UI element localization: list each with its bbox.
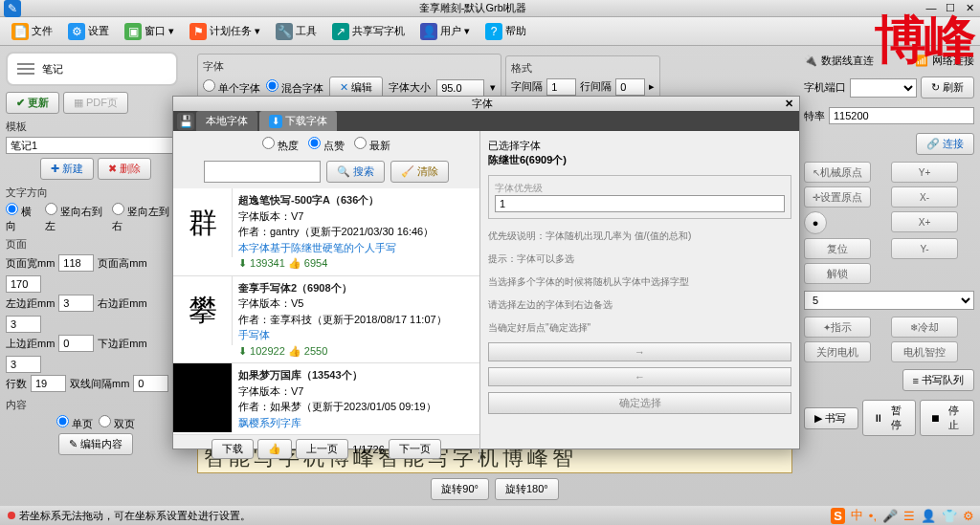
filter-like[interactable]: 点赞 [308,137,345,153]
system-tray: S 中 •, 🎤 ☰ 👤 👕 ⚙ [831,507,974,524]
font-list-item[interactable]: 群超逸笔快写-500字A（636个）字体版本：V7作者：gantry（更新于20… [173,188,479,276]
new-template-button[interactable]: ✚ 新建 [40,158,94,180]
move-left-button[interactable]: ← [488,367,791,386]
page-width-input[interactable] [58,254,94,272]
y-minus-button[interactable]: Y- [891,238,958,259]
update-button[interactable]: ✔ 更新 [6,92,59,114]
motor-ctrl-button[interactable]: 电机智控 [891,341,958,362]
notes-label: 笔记 [42,62,63,77]
font-size-input[interactable] [436,79,484,97]
tray-user-icon[interactable]: 👤 [921,509,936,523]
rotate-180-button[interactable]: 旋转180° [495,478,559,500]
chevron-right-icon[interactable]: ▸ [649,80,655,93]
baud-input[interactable] [829,107,974,124]
chevron-down-icon: ▾ [464,25,470,37]
dir-rtl[interactable]: 竖向右到左 [45,203,107,233]
font-search-input[interactable] [204,161,321,183]
dialog-close-button[interactable]: ✕ [785,98,793,110]
font-list-item[interactable]: 如果梦万国库（13543个）字体版本：V7作者：如果梦（更新于2023/01/0… [173,363,479,435]
margin-right-input[interactable] [6,316,41,333]
notes-button[interactable]: 笔记 [6,52,178,86]
font-preview: 群 [173,188,233,257]
search-button[interactable]: 🔍 搜索 [326,161,385,183]
delete-template-button[interactable]: ✖ 删除 [98,158,151,180]
center-button[interactable]: ● [804,211,827,234]
connect-button[interactable]: 🔗 连接 [916,133,974,155]
gear-icon: ⚙ [68,23,85,40]
motor-off-button[interactable]: 关闭电机 [804,341,871,362]
y-plus-button[interactable]: Y+ [891,162,958,183]
hint-1: 优先级说明：字体随机出现几率为 值/(值的总和) [488,229,791,244]
tray-mic-icon[interactable]: 🎤 [882,509,898,523]
usb-icon: 🔌 [804,55,817,67]
margin-top-input[interactable] [58,335,94,352]
menu-window[interactable]: ▣窗口▾ [119,21,180,42]
chevron-down-icon: ▾ [168,25,174,37]
cool-button[interactable]: ❄ 冷却 [891,317,958,338]
ime-icon[interactable]: S [831,508,845,524]
menu-help[interactable]: ?帮助 [479,21,532,42]
next-page-button[interactable]: 下一页 [389,439,441,459]
menu-tools[interactable]: 🔧工具 [270,21,323,42]
double-line-spacing-input[interactable] [133,375,168,392]
save-icon[interactable]: 💾 [177,113,194,130]
pause-button[interactable]: ⏸ 暂停 [862,400,917,436]
content-double[interactable]: 双页 [99,415,135,431]
rotate-90-button[interactable]: 旋转90° [431,478,489,500]
content-title: 内容 [6,398,186,412]
unlock-button[interactable]: 解锁 [804,263,871,284]
tray-punct-icon[interactable]: •, [869,509,877,523]
speed-select[interactable]: 5 [804,291,974,310]
word-spacing-input[interactable] [546,78,576,96]
filter-new[interactable]: 最新 [354,137,390,153]
line-spacing-input[interactable] [615,78,645,96]
lines-input[interactable] [31,375,66,392]
tray-list-icon[interactable]: ☰ [903,509,915,523]
edit-content-button[interactable]: ✎ 编辑内容 [58,433,133,455]
menu-tasks[interactable]: ⚑计划任务▾ [184,21,266,42]
tab-local-fonts[interactable]: 本地字体 [196,111,257,131]
download-font-button[interactable]: 下载 [212,439,254,459]
pdf-button[interactable]: ▦ PDF页 [63,92,128,114]
tab-download-fonts[interactable]: ⬇下载字体 [259,111,337,131]
filter-hot[interactable]: 热度 [262,137,299,153]
page-title: 页面 [6,237,186,252]
tray-settings-icon[interactable]: ⚙ [963,509,974,523]
priority-input[interactable] [495,195,785,212]
confirm-select-button[interactable]: 确定选择 [488,392,791,414]
port-select[interactable] [850,78,917,98]
page-height-input[interactable] [6,275,41,293]
stop-button[interactable]: ⏹ 停止 [920,400,974,436]
menu-user[interactable]: 👤用户▾ [414,21,476,42]
single-font-radio[interactable]: 单个字体 [203,79,260,96]
margin-left-input[interactable] [58,295,94,312]
set-origin-button[interactable]: ✛ 设置原点 [804,186,871,208]
reset-button[interactable]: 复位 [804,238,871,259]
prev-page-button[interactable]: 上一页 [296,439,348,459]
clear-button[interactable]: 🧹 清除 [390,161,449,183]
menu-settings[interactable]: ⚙设置 [62,21,115,42]
font-group-title: 字体 [203,59,496,74]
mech-origin-button[interactable]: ↖ 机械原点 [804,162,871,183]
write-queue-button[interactable]: ≡ 书写队列 [902,369,974,391]
move-right-button[interactable]: → [488,342,791,361]
dir-horizontal[interactable]: 横向 [6,203,39,233]
template-name-input[interactable] [6,137,186,154]
content-single[interactable]: 单页 [56,415,93,431]
laser-button[interactable]: ✦ 指示 [804,317,871,338]
write-button[interactable]: ▶ 书写 [804,407,858,429]
mixed-font-radio[interactable]: 混合字体 [266,79,323,96]
dir-ltr[interactable]: 竖向左到右 [112,203,174,233]
menu-share[interactable]: ↗共享写字机 [326,21,411,42]
x-plus-button[interactable]: X+ [891,211,958,232]
tray-ime-label[interactable]: 中 [851,507,863,524]
margin-bottom-input[interactable] [6,356,41,373]
like-font-button[interactable]: 👍 [257,439,292,459]
tray-skin-icon[interactable]: 👕 [942,509,957,523]
refresh-button[interactable]: ↻ 刷新 [921,77,974,98]
x-minus-button[interactable]: X- [891,186,958,208]
font-dialog: 字体 ✕ 💾 本地字体 ⬇下载字体 热度 点赞 最新 🔍 搜索 🧹 清除 群超逸… [172,96,800,449]
menu-file[interactable]: 📄文件 [6,21,58,42]
font-list-item[interactable]: 攀奎享手写体2（6908个）字体版本：V5作者：奎享科技（更新于2018/08/… [173,276,479,364]
chevron-down-icon[interactable]: ▾ [490,81,496,94]
